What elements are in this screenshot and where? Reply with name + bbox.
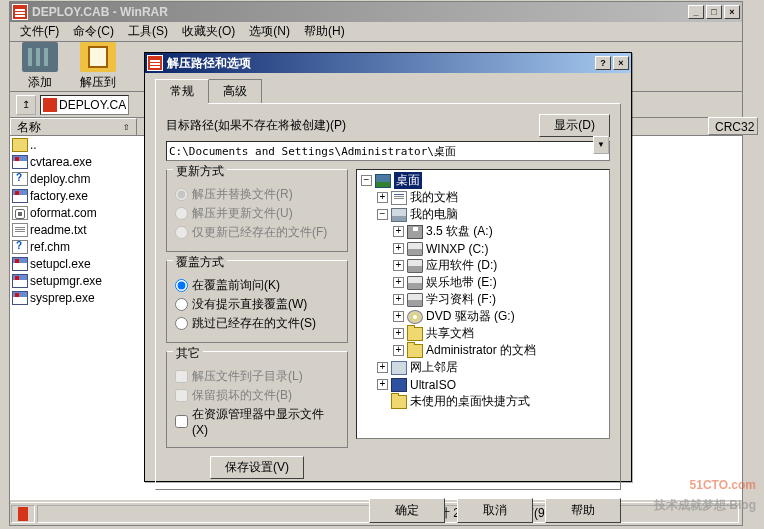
expand-icon[interactable]: + [393,328,404,339]
tree-ultraiso[interactable]: +UltraISO [359,376,607,393]
status-archive-icon [18,507,28,521]
exe-icon [12,155,28,169]
help-button[interactable]: 帮助 [545,498,621,523]
main-titlebar[interactable]: DEPLOY.CAB - WinRAR _ □ × [10,2,742,22]
dialog-close-button[interactable]: × [613,56,629,70]
floppy-icon [407,225,423,239]
tree-drive-f[interactable]: +学习资料 (F:) [359,291,607,308]
column-name[interactable]: 名称 ⇧ [10,118,137,135]
tree-desktop[interactable]: −桌面 [359,172,607,189]
dialog-titlebar[interactable]: 解压路径和选项 ? × [145,53,631,73]
expand-icon[interactable]: + [377,379,388,390]
dialog-title: 解压路径和选项 [167,55,595,72]
path-dropdown-icon[interactable]: ▼ [593,136,609,154]
maximize-button[interactable]: □ [706,5,722,19]
exe-icon [12,291,28,305]
dialog-help-button[interactable]: ? [595,56,611,70]
radio-skip-existing[interactable]: 跳过已经存在的文件(S) [175,315,339,332]
network-icon [391,361,407,375]
expand-icon[interactable]: + [377,192,388,203]
tree-network[interactable]: +网上邻居 [359,359,607,376]
menu-tools[interactable]: 工具(S) [122,21,174,42]
tree-unused[interactable]: 未使用的桌面快捷方式 [359,393,607,410]
extract-dialog: 解压路径和选项 ? × 常规 高级 目标路径(如果不存在将被创建)(P) 显示(… [144,52,632,482]
extract-icon [80,42,116,72]
minimize-button[interactable]: _ [688,5,704,19]
close-button[interactable]: × [724,5,740,19]
display-button[interactable]: 显示(D) [539,114,610,137]
radio-update-existing[interactable]: 仅更新已经存在的文件(F) [175,224,339,241]
cancel-button[interactable]: 取消 [457,498,533,523]
expand-icon[interactable]: + [393,277,404,288]
archive-icon [43,98,57,112]
radio-extract-replace[interactable]: 解压并替换文件(R) [175,186,339,203]
tab-panel: 目标路径(如果不存在将被创建)(P) 显示(D) ▼ 更新方式 解压并替换文件(… [155,103,621,490]
toolbar-add[interactable]: 添加 [16,42,64,91]
expand-icon[interactable]: + [377,362,388,373]
group-overwrite: 覆盖方式 在覆盖前询问(K) 没有提示直接覆盖(W) 跳过已经存在的文件(S) [166,260,348,343]
radio-extract-update[interactable]: 解压并更新文件(U) [175,205,339,222]
toolbar-extract-label: 解压到 [74,74,122,91]
dest-path-label: 目标路径(如果不存在将被创建)(P) [166,117,539,134]
up-dir-button[interactable]: ↥ [16,95,36,115]
tree-mycomputer[interactable]: −我的电脑 [359,206,607,223]
app-icon [12,4,28,20]
tree-mydocs[interactable]: +我的文档 [359,189,607,206]
address-text: DEPLOY.CA [59,98,126,112]
menu-options[interactable]: 选项(N) [243,21,296,42]
menu-commands[interactable]: 命令(C) [67,21,120,42]
com-icon [12,206,28,220]
folder-icon [407,344,423,358]
main-title: DEPLOY.CAB - WinRAR [32,5,688,19]
radio-overwrite-noask[interactable]: 没有提示直接覆盖(W) [175,296,339,313]
hdd-icon [407,242,423,256]
dest-path-input[interactable] [166,141,610,161]
expand-icon[interactable]: + [393,294,404,305]
folder-tree[interactable]: −桌面 +我的文档 −我的电脑 +3.5 软盘 (A:) +WINXP (C:)… [356,169,610,439]
menu-file[interactable]: 文件(F) [14,21,65,42]
expand-icon[interactable]: + [393,226,404,237]
collapse-icon[interactable]: − [377,209,388,220]
ok-button[interactable]: 确定 [369,498,445,523]
save-settings-button[interactable]: 保存设置(V) [210,456,304,479]
chm-icon [12,172,28,186]
group-update: 更新方式 解压并替换文件(R) 解压并更新文件(U) 仅更新已经存在的文件(F) [166,169,348,252]
tab-advanced[interactable]: 高级 [208,79,262,103]
tree-shared[interactable]: +共享文档 [359,325,607,342]
tab-general[interactable]: 常规 [155,79,209,103]
exe-icon [12,274,28,288]
expand-icon[interactable]: + [393,260,404,271]
folder-icon [407,327,423,341]
menu-favorites[interactable]: 收藏夹(O) [176,21,241,42]
tree-drive-c[interactable]: +WINXP (C:) [359,240,607,257]
desktop-icon [375,174,391,188]
dialog-icon [147,55,163,71]
cd-icon [407,310,423,324]
tree-drive-g[interactable]: +DVD 驱动器 (G:) [359,308,607,325]
toolbar-extract[interactable]: 解压到 [74,42,122,91]
collapse-icon[interactable]: − [361,175,372,186]
menu-help[interactable]: 帮助(H) [298,21,351,42]
tree-floppy[interactable]: +3.5 软盘 (A:) [359,223,607,240]
tree-drive-d[interactable]: +应用软件 (D:) [359,257,607,274]
expand-icon[interactable]: + [393,311,404,322]
ultraiso-icon [391,378,407,392]
folder-icon [391,395,407,409]
menubar: 文件(F) 命令(C) 工具(S) 收藏夹(O) 选项(N) 帮助(H) [10,22,742,42]
tree-admin-docs[interactable]: +Administrator 的文档 [359,342,607,359]
check-subfolder[interactable]: 解压文件到子目录(L) [175,368,339,385]
tree-drive-e[interactable]: +娱乐地带 (E:) [359,274,607,291]
hdd-icon [407,293,423,307]
chm-icon [12,240,28,254]
documents-icon [391,191,407,205]
expand-icon[interactable]: + [393,243,404,254]
radio-ask-overwrite[interactable]: 在覆盖前询问(K) [175,277,339,294]
updir-icon [12,138,28,152]
check-show-explorer[interactable]: 在资源管理器中显示文件(X) [175,406,339,437]
column-crc32[interactable]: CRC32 [708,117,758,135]
sort-arrow-icon: ⇧ [123,123,130,132]
computer-icon [391,208,407,222]
address-input[interactable]: DEPLOY.CA [40,95,129,115]
expand-icon[interactable]: + [393,345,404,356]
check-keep-broken[interactable]: 保留损坏的文件(B) [175,387,339,404]
